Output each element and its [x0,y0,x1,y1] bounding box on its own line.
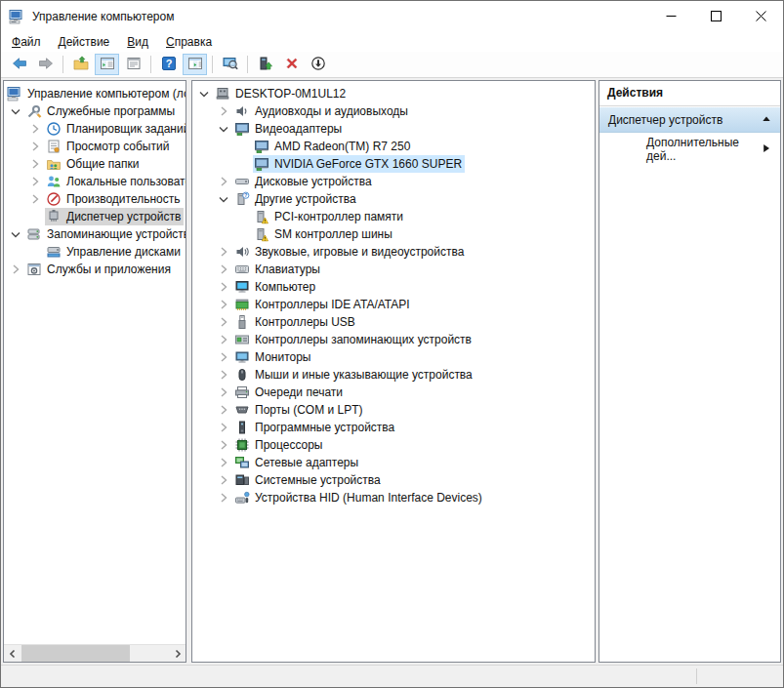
chevron-right-icon[interactable] [214,314,233,330]
item-body: Планировщик заданий [45,120,186,138]
device-tree-item-disk-drives[interactable]: Дисковые устройства [192,173,595,190]
chevron-right-icon[interactable] [25,191,45,207]
back-arrow-icon [12,56,27,74]
device-tree-item-keyboards[interactable]: Клавиатуры [192,261,595,278]
show-action-pane-button[interactable] [183,54,207,75]
device-tree-item-monitors[interactable]: Мониторы [192,348,595,366]
device-tree-item-nvidia-gtx-1660-super[interactable]: NVIDIA GeForce GTX 1660 SUPER [192,155,595,173]
uninstall-device-button[interactable] [279,54,304,75]
device-tree-item-amd-radeon-r7-250[interactable]: AMD Radeon(TM) R7 250 [192,138,595,155]
horizontal-scrollbar[interactable] [4,644,186,662]
task-scheduler-icon [46,121,62,137]
disk-management-icon [46,244,62,260]
chevron-down-icon[interactable] [214,121,233,137]
device-tree-item-computer[interactable]: Компьютер [192,278,595,296]
menu-help[interactable]: Справка [157,33,221,51]
hid-device-icon [234,490,250,506]
minimize-button[interactable] [648,1,693,31]
properties-button[interactable] [121,54,145,75]
chevron-right-icon[interactable] [25,139,45,154]
disable-device-button[interactable] [306,54,330,75]
console-tree-item-services-applications[interactable]: Службы и приложения [4,261,186,278]
device-tree-item-ports-com-lpt[interactable]: Порты (COM и LPT) [192,401,595,419]
tree-item-label: Производительность [66,191,180,207]
item-body: Контроллеры USB [233,313,358,331]
export-list-button[interactable] [68,54,93,75]
device-tree-item-hid-devices[interactable]: Устройства HID (Human Interface Devices) [192,489,595,506]
tree-item-label: Видеоадаптеры [255,121,342,137]
device-tree-item-sm-bus-controller[interactable]: SM контроллер шины [192,225,595,243]
chevron-up-icon[interactable] [762,113,771,127]
console-tree-item-disk-management[interactable]: Управление дисками [4,243,186,261]
chevron-down-icon[interactable] [214,191,233,207]
console-tree-item-task-scheduler[interactable]: Планировщик заданий [4,120,186,138]
menu-file[interactable]: Файл [3,33,50,51]
forward-button[interactable] [33,54,58,75]
device-tree-item-storage-controllers[interactable]: Контроллеры запоминающих устройств [192,331,595,348]
device-tree-item-software-devices[interactable]: Программные устройства [192,419,595,436]
chevron-right-icon[interactable] [214,472,233,488]
device-tree-item-print-queues[interactable]: Очереди печати [192,384,595,401]
back-button[interactable] [7,54,31,75]
console-tree-item-computer-management-root[interactable]: Управление компьютером (локальным) [4,85,186,102]
scan-hardware-changes-button[interactable] [218,54,242,75]
chevron-right-icon[interactable] [214,384,233,400]
chevron-right-icon[interactable] [214,244,233,260]
scrollbar-track[interactable] [21,645,169,662]
chevron-right-icon[interactable] [214,174,233,189]
device-tree-item-usb-controllers[interactable]: Контроллеры USB [192,313,595,331]
chevron-right-icon[interactable] [214,367,233,383]
console-tree-item-event-viewer[interactable]: Просмотр событий [4,138,186,155]
device-tree-item-system-devices[interactable]: Системные устройства [192,471,595,489]
chevron-right-icon[interactable] [214,349,233,365]
console-tree-item-local-users-groups[interactable]: Локальные пользователи и группы [4,173,186,190]
chevron-right-icon[interactable] [25,156,45,172]
device-tree-item-network-adapters[interactable]: Сетевые адаптеры [192,454,595,471]
chevron-down-icon[interactable] [194,86,214,101]
device-tree-item-ide-controllers[interactable]: Контроллеры IDE ATA/ATAPI [192,296,595,313]
chevron-right-icon[interactable] [214,279,233,295]
close-button[interactable] [738,1,783,31]
chevron-right-icon[interactable] [214,262,233,277]
more-actions-item[interactable]: Дополнительные дей... [599,138,780,161]
chevron-right-icon[interactable] [6,262,25,277]
chevron-right-icon[interactable] [214,103,233,119]
update-driver-button[interactable] [253,54,277,75]
show-console-tree-button[interactable] [95,54,119,75]
maximize-button[interactable] [693,1,738,31]
chevron-right-icon[interactable] [25,174,45,189]
chevron-right-icon[interactable] [214,402,233,418]
item-body: Управление дисками [45,243,184,261]
scrollbar-thumb[interactable] [21,645,130,662]
chevron-right-icon[interactable] [25,121,45,137]
console-tree-item-device-manager[interactable]: Диспетчер устройств [4,208,186,225]
console-tree-item-performance[interactable]: Производительность [4,190,186,208]
chevron-right-icon[interactable] [214,420,233,435]
device-tree-item-desktop-root[interactable]: DESKTOP-0M1UL12 [192,85,595,102]
device-tree-item-display-adapters[interactable]: Видеоадаптеры [192,120,595,138]
console-tree-item-system-tools[interactable]: Служебные программы [4,102,186,120]
chevron-right-icon[interactable] [214,332,233,347]
scroll-right-button[interactable] [169,645,186,662]
device-tree-item-audio-inputs-outputs[interactable]: Аудиовходы и аудиовыходы [192,102,595,120]
menu-action[interactable]: Действие [50,33,119,51]
chevron-down-icon[interactable] [6,226,25,242]
device-tree-item-processors[interactable]: Процессоры [192,436,595,454]
console-tree-item-storage[interactable]: Запоминающие устройства [4,225,186,243]
device-tree-item-sound-video-game[interactable]: Звуковые, игровые и видеоустройства [192,243,595,261]
device-tree-item-pci-memory-controller[interactable]: PCI-контроллер памяти [192,208,595,225]
scroll-left-button[interactable] [4,645,21,662]
help-button[interactable]: ? [156,54,181,75]
tree-item-label: Аудиовходы и аудиовыходы [255,103,408,119]
chevron-right-icon[interactable] [214,455,233,470]
device-tree-item-other-devices[interactable]: ?Другие устройства [192,190,595,208]
actions-group-device-manager[interactable]: Диспетчер устройств [599,107,780,133]
chevron-right-icon[interactable] [214,437,233,453]
chevron-right-icon[interactable] [214,490,233,506]
menu-view[interactable]: Вид [118,33,157,51]
menu-bar: ФайлДействиеВидСправка [1,31,783,52]
console-tree-item-shared-folders[interactable]: Общие папки [4,155,186,173]
chevron-down-icon[interactable] [6,103,25,119]
chevron-right-icon[interactable] [214,297,233,312]
device-tree-item-mice-pointing[interactable]: Мыши и иные указывающие устройства [192,366,595,384]
